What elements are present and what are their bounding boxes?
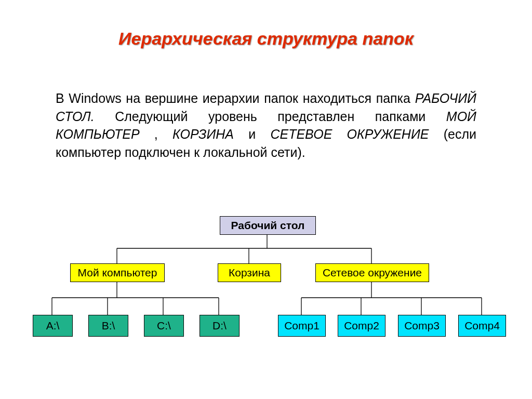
para-text: и [248,127,270,141]
node-drive-a: A:\ [33,315,73,337]
node-comp3: Comp3 [398,315,446,337]
tree-connectors [0,0,532,399]
node-comp4: Comp4 [458,315,506,337]
para-text: Следующий уровень представлен папками [115,109,446,124]
node-network: Сетевое окружение [315,263,429,282]
slide-title: Иерархическая структура папок [0,29,532,49]
node-comp1: Comp1 [278,315,326,337]
node-drive-d: D:\ [200,315,240,337]
node-drive-c: C:\ [144,315,184,337]
node-desktop: Рабочий стол [220,216,316,235]
node-my-computer: Мой компьютер [70,263,165,282]
node-recycle-bin: Корзина [218,263,281,282]
para-text: , [154,127,172,141]
node-drive-b: B:\ [88,315,128,337]
node-comp2: Comp2 [338,315,385,337]
para-em-network: СЕТЕВОЕ ОКРУЖЕНИЕ [270,127,429,141]
slide-canvas: Иерархическая структура папок В Windows … [0,0,532,399]
description-paragraph: В Windows на вершине иерархии папок нахо… [56,89,476,161]
para-text: В Windows на вершине иерархии папок нахо… [56,91,415,105]
para-em-recycle: КОРЗИНА [172,127,234,141]
